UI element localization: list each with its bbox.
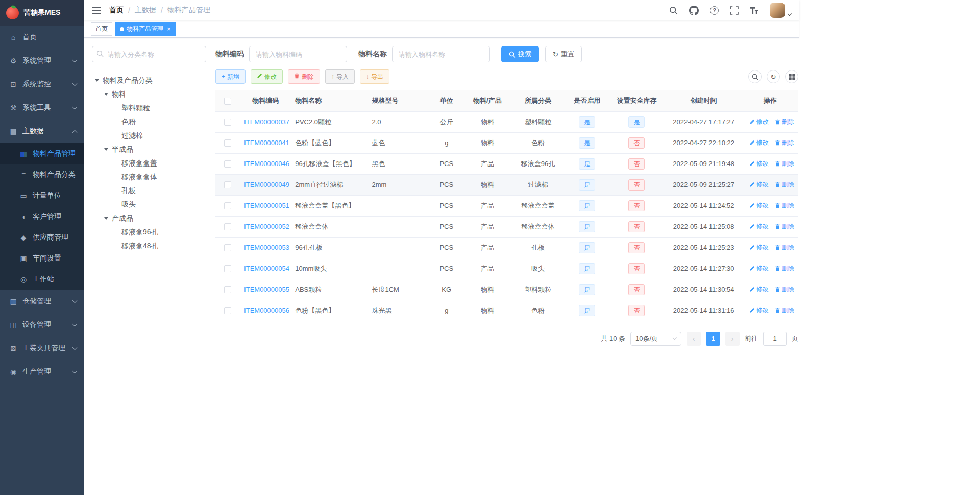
breadcrumb-item[interactable]: 首页 (109, 6, 124, 15)
row-delete-button[interactable]: 删除 (775, 285, 794, 294)
row-edit-button[interactable]: 修改 (749, 117, 769, 126)
delete-button[interactable]: 删除 (288, 69, 320, 84)
row-delete-button[interactable]: 删除 (775, 138, 794, 147)
prev-page-button[interactable]: ‹ (687, 332, 701, 346)
row-checkbox[interactable] (224, 223, 231, 230)
export-button[interactable]: ↓导出 (360, 69, 389, 84)
material-name-input[interactable] (392, 46, 490, 62)
sidebar-item-workshop-setting[interactable]: ▣车间设置 (0, 248, 84, 269)
tree-node[interactable]: 移液盒盒盖 (92, 156, 206, 170)
row-edit-button[interactable]: 修改 (749, 180, 769, 189)
row-edit-button[interactable]: 修改 (749, 222, 769, 231)
row-checkbox[interactable] (224, 202, 231, 209)
reset-button[interactable]: ↻ 重置 (545, 46, 582, 62)
row-edit-button[interactable]: 修改 (749, 159, 769, 168)
row-edit-button[interactable]: 修改 (749, 243, 769, 252)
tree-node[interactable]: 色粉 (92, 115, 206, 129)
material-code-link[interactable]: ITEM00000052 (244, 223, 289, 230)
row-checkbox[interactable] (224, 244, 231, 251)
import-button[interactable]: ↑导入 (325, 69, 355, 84)
goto-page-input[interactable] (763, 332, 787, 346)
row-delete-button[interactable]: 删除 (775, 201, 794, 210)
page-size-select[interactable]: 10条/页 (630, 332, 681, 346)
row-checkbox[interactable] (224, 139, 231, 147)
tree-node[interactable]: 物料 (92, 87, 206, 101)
material-code-link[interactable]: ITEM00000046 (244, 160, 289, 168)
avatar[interactable] (770, 3, 785, 18)
sidebar-item-customer-manage[interactable]: ◖客户管理 (0, 206, 84, 227)
row-edit-button[interactable]: 修改 (749, 138, 769, 147)
row-delete-button[interactable]: 删除 (775, 222, 794, 231)
sidebar-item-system-tools[interactable]: ⚒系统工具 (0, 96, 84, 120)
material-code-link[interactable]: ITEM00000055 (244, 286, 289, 293)
material-code-link[interactable]: ITEM00000051 (244, 202, 289, 209)
category-search-input[interactable] (92, 46, 206, 62)
sidebar-item-system-monitor[interactable]: ⊡系统监控 (0, 73, 84, 96)
row-delete-button[interactable]: 删除 (775, 117, 794, 126)
next-page-button[interactable]: › (725, 332, 740, 346)
row-checkbox[interactable] (224, 181, 231, 188)
tree-node[interactable]: 塑料颗粒 (92, 101, 206, 115)
material-code-link[interactable]: ITEM00000054 (244, 265, 289, 272)
edit-button[interactable]: 修改 (251, 69, 283, 84)
github-icon[interactable] (689, 6, 699, 15)
row-delete-button[interactable]: 删除 (775, 159, 794, 168)
material-code-link[interactable]: ITEM00000037 (244, 118, 289, 126)
sidebar-item-measure-unit[interactable]: ▭计量单位 (0, 185, 84, 206)
user-menu[interactable] (770, 3, 791, 18)
row-delete-button[interactable]: 删除 (775, 264, 794, 273)
material-code-link[interactable]: ITEM00000053 (244, 244, 289, 251)
sidebar-item-material-product-category[interactable]: ≡物料产品分类 (0, 164, 84, 185)
row-edit-button[interactable]: 修改 (749, 285, 769, 294)
sidebar-item-production-manage[interactable]: ◉生产管理 (0, 360, 84, 384)
row-checkbox[interactable] (224, 286, 231, 293)
row-checkbox[interactable] (224, 119, 231, 126)
refresh-icon[interactable]: ↻ (767, 70, 780, 83)
view-tab[interactable]: 首页 (91, 22, 112, 36)
sidebar-item-fixture-manage[interactable]: ⊠工装夹具管理 (0, 337, 84, 360)
tree-node[interactable]: 移液盒96孔 (92, 225, 206, 239)
material-code-link[interactable]: ITEM00000049 (244, 181, 289, 188)
row-delete-button[interactable]: 删除 (775, 180, 794, 189)
view-tab[interactable]: 物料产品管理× (115, 22, 176, 36)
sidebar-toggle-icon[interactable] (92, 7, 101, 14)
tree-node[interactable]: 物料及产品分类 (92, 74, 206, 87)
sidebar-item-master-data[interactable]: ▤主数据 (0, 120, 84, 143)
row-delete-button[interactable]: 删除 (775, 306, 794, 315)
sidebar-item-supplier-manage[interactable]: ◆供应商管理 (0, 227, 84, 248)
select-all-checkbox[interactable] (224, 98, 231, 105)
row-edit-button[interactable]: 修改 (749, 306, 769, 315)
material-code-link[interactable]: ITEM00000041 (244, 139, 289, 147)
fullscreen-icon[interactable] (730, 6, 739, 15)
font-size-icon[interactable] (750, 7, 758, 14)
sidebar-item-home[interactable]: ⌂首页 (0, 26, 84, 49)
column-settings-icon[interactable] (785, 70, 798, 83)
close-icon[interactable]: × (167, 26, 171, 32)
row-checkbox[interactable] (224, 265, 231, 272)
tree-node[interactable]: 过滤棉 (92, 129, 206, 143)
page-number-1[interactable]: 1 (706, 332, 720, 346)
add-button[interactable]: +新增 (215, 69, 246, 84)
row-checkbox[interactable] (224, 160, 231, 168)
sidebar-item-warehouse-manage[interactable]: ▥仓储管理 (0, 290, 84, 313)
help-icon[interactable]: ? (710, 6, 719, 15)
search-icon[interactable] (669, 6, 678, 15)
tree-node[interactable]: 半成品 (92, 143, 206, 156)
material-code-input[interactable] (249, 46, 347, 62)
tree-node[interactable]: 移液盒盒体 (92, 170, 206, 184)
row-edit-button[interactable]: 修改 (749, 264, 769, 273)
tree-node[interactable]: 孔板 (92, 184, 206, 198)
row-edit-button[interactable]: 修改 (749, 201, 769, 210)
material-code-link[interactable]: ITEM00000056 (244, 307, 289, 314)
breadcrumb-item[interactable]: 主数据 (135, 6, 156, 15)
tree-node[interactable]: 产成品 (92, 211, 206, 225)
tree-node[interactable]: 移液盒48孔 (92, 239, 206, 253)
sidebar-item-system-manage[interactable]: ⚙系统管理 (0, 49, 84, 73)
row-checkbox[interactable] (224, 307, 231, 314)
toggle-search-icon[interactable] (748, 70, 762, 83)
sidebar-item-material-product-manage[interactable]: ▦物料产品管理 (0, 143, 84, 164)
search-button[interactable]: 搜索 (501, 46, 539, 62)
sidebar-item-workstation[interactable]: ◎工作站 (0, 269, 84, 290)
row-delete-button[interactable]: 删除 (775, 243, 794, 252)
sidebar-item-equipment-manage[interactable]: ◫设备管理 (0, 313, 84, 337)
